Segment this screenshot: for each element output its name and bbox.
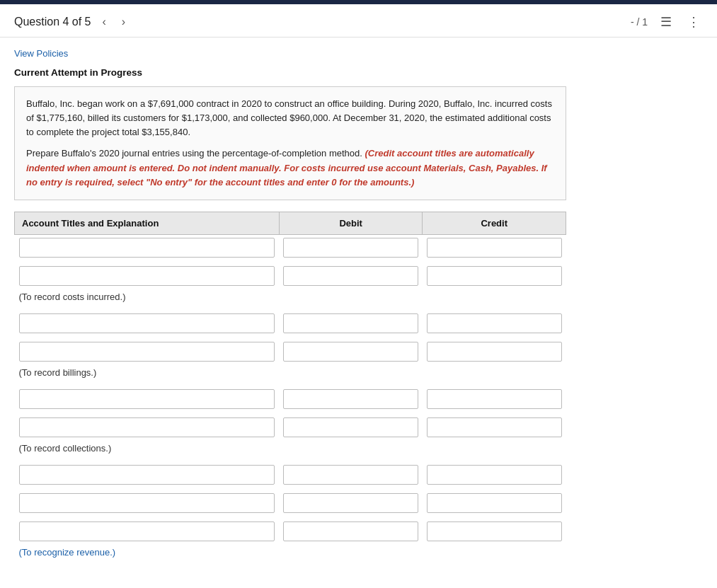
table-row bbox=[15, 415, 566, 440]
table-row bbox=[15, 519, 566, 544]
debit-input-g3-r2[interactable] bbox=[283, 521, 418, 541]
credit-input-g3-r2[interactable] bbox=[427, 521, 562, 541]
table-row bbox=[15, 263, 566, 289]
note-row: (To recognize revenue.) bbox=[15, 544, 566, 566]
header: Question 4 of 5 ‹ › - / 1 ☰ ⋮ bbox=[0, 4, 717, 38]
question-label: Question 4 of 5 bbox=[14, 16, 91, 28]
content: View Policies Current Attempt in Progres… bbox=[0, 38, 580, 580]
debit-input-g0-r0[interactable] bbox=[283, 238, 418, 258]
account-input-g2-r1[interactable] bbox=[19, 417, 275, 437]
credit-input-g3-r1[interactable] bbox=[427, 493, 562, 513]
account-input-g2-r0[interactable] bbox=[19, 389, 275, 409]
col-debit-header: Debit bbox=[279, 212, 423, 234]
table-row bbox=[15, 490, 566, 516]
credit-input-g0-r1[interactable] bbox=[427, 266, 562, 286]
credit-input-g1-r1[interactable] bbox=[427, 342, 562, 362]
debit-input-g3-r0[interactable] bbox=[283, 465, 418, 485]
account-input-g3-r1[interactable] bbox=[19, 493, 275, 513]
page-indicator: - / 1 bbox=[631, 16, 648, 28]
problem-instruction: Prepare Buffalo's 2020 journal entries u… bbox=[26, 146, 554, 189]
list-icon-button[interactable]: ☰ bbox=[658, 13, 675, 31]
note-row: (To record costs incurred.) bbox=[15, 289, 566, 311]
journal-table: Account Titles and Explanation Debit Cre… bbox=[14, 212, 566, 566]
credit-input-g2-r0[interactable] bbox=[427, 389, 562, 409]
debit-input-g1-r0[interactable] bbox=[283, 313, 418, 333]
credit-input-g3-r0[interactable] bbox=[427, 465, 562, 485]
problem-text1: Buffalo, Inc. began work on a $7,691,000… bbox=[26, 97, 554, 139]
debit-input-g0-r1[interactable] bbox=[283, 266, 418, 286]
credit-input-g2-r1[interactable] bbox=[427, 417, 562, 437]
table-row bbox=[15, 339, 566, 364]
more-options-button[interactable]: ⋮ bbox=[684, 13, 703, 31]
debit-input-g2-r0[interactable] bbox=[283, 389, 418, 409]
table-row bbox=[15, 311, 566, 336]
debit-input-g1-r1[interactable] bbox=[283, 342, 418, 362]
header-left: Question 4 of 5 ‹ › bbox=[14, 14, 130, 30]
note-row: (To record billings.) bbox=[15, 364, 566, 386]
current-attempt-label: Current Attempt in Progress bbox=[14, 67, 566, 78]
nav-next-button[interactable]: › bbox=[117, 14, 130, 30]
debit-input-g3-r1[interactable] bbox=[283, 493, 418, 513]
account-input-g1-r1[interactable] bbox=[19, 342, 275, 362]
account-input-g0-r1[interactable] bbox=[19, 266, 275, 286]
table-row bbox=[15, 234, 566, 260]
col-credit-header: Credit bbox=[423, 212, 566, 234]
problem-box: Buffalo, Inc. began work on a $7,691,000… bbox=[14, 86, 566, 200]
account-input-g1-r0[interactable] bbox=[19, 313, 275, 333]
note-text-g3: (To recognize revenue.) bbox=[15, 544, 566, 566]
account-input-g3-r2[interactable] bbox=[19, 521, 275, 541]
credit-input-g1-r0[interactable] bbox=[427, 313, 562, 333]
col-account-header: Account Titles and Explanation bbox=[15, 212, 280, 234]
problem-text2: Prepare Buffalo's 2020 journal entries u… bbox=[26, 148, 362, 158]
note-row: (To record collections.) bbox=[15, 440, 566, 462]
nav-prev-button[interactable]: ‹ bbox=[98, 14, 110, 30]
credit-input-g0-r0[interactable] bbox=[427, 238, 562, 258]
note-text-g1: (To record billings.) bbox=[15, 364, 566, 386]
account-input-g0-r0[interactable] bbox=[19, 238, 275, 258]
debit-input-g2-r1[interactable] bbox=[283, 417, 418, 437]
table-row bbox=[15, 462, 566, 488]
table-row bbox=[15, 386, 566, 412]
note-text-g2: (To record collections.) bbox=[15, 440, 566, 462]
header-right: - / 1 ☰ ⋮ bbox=[631, 13, 703, 31]
view-policies-link[interactable]: View Policies bbox=[14, 48, 68, 59]
note-text-g0: (To record costs incurred.) bbox=[15, 289, 566, 311]
table-header-row: Account Titles and Explanation Debit Cre… bbox=[15, 212, 566, 234]
account-input-g3-r0[interactable] bbox=[19, 465, 275, 485]
